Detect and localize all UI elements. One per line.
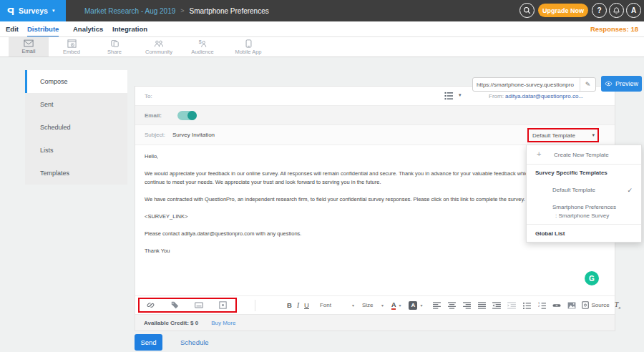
pencil-icon: ✎ bbox=[585, 81, 591, 88]
preview-label: Preview bbox=[615, 80, 638, 87]
svg-text:$: $ bbox=[199, 39, 202, 44]
credit-row: Available Credit: $ 0 Buy More bbox=[135, 315, 615, 331]
toggle-knob bbox=[187, 111, 197, 120]
tab-audience-label: Audience bbox=[191, 49, 213, 55]
menu-item-default-template[interactable]: Default Template ✓ bbox=[527, 181, 641, 199]
underline-button[interactable]: U bbox=[304, 301, 309, 309]
smartphone-template-line1: Smartphone Preferences bbox=[552, 203, 616, 212]
share-pages-icon bbox=[110, 39, 119, 48]
envelope-icon bbox=[24, 39, 34, 47]
recipient-list-caret[interactable]: ▾ bbox=[459, 92, 462, 98]
tab-email[interactable]: Email bbox=[9, 37, 49, 57]
email-toggle[interactable] bbox=[177, 111, 197, 120]
questionpro-logo: P bbox=[7, 5, 14, 17]
notifications-button[interactable] bbox=[609, 3, 624, 18]
size-dropdown[interactable]: Size ▾ bbox=[361, 302, 385, 308]
nav-item-edit[interactable]: Edit bbox=[6, 21, 19, 36]
link-icon[interactable] bbox=[552, 300, 562, 311]
search-icon bbox=[523, 6, 531, 14]
background-color-a: A bbox=[409, 301, 417, 310]
chevron-down-icon: ▾ bbox=[52, 8, 55, 14]
justify-icon[interactable] bbox=[477, 300, 487, 311]
upgrade-now-button[interactable]: Upgrade Now bbox=[538, 4, 588, 17]
embed-window-icon bbox=[67, 39, 77, 48]
responses-count[interactable]: Responses: 18 bbox=[590, 21, 638, 36]
to-label: To: bbox=[145, 93, 152, 99]
numbered-list-icon[interactable]: 12 bbox=[537, 300, 547, 311]
avatar-letter: A bbox=[631, 6, 636, 14]
send-button[interactable]: Send bbox=[135, 334, 162, 351]
background-color-button[interactable]: A ▾ bbox=[407, 301, 424, 310]
schedule-link[interactable]: Schedule bbox=[180, 338, 209, 346]
align-right-icon[interactable] bbox=[462, 300, 472, 311]
source-button[interactable]: Source bbox=[582, 301, 609, 309]
font-dropdown-label: Font bbox=[320, 302, 331, 308]
text-color-a: A bbox=[391, 301, 396, 310]
sidebar-item-sent[interactable]: Sent bbox=[25, 93, 127, 116]
insert-tag-icon[interactable] bbox=[170, 300, 180, 311]
email-sidebar: Compose Sent Scheduled Lists Templates bbox=[25, 70, 127, 185]
increase-indent-icon[interactable] bbox=[507, 300, 517, 311]
recipient-list-icon[interactable] bbox=[444, 92, 454, 100]
nav-item-analytics[interactable]: Analytics bbox=[73, 21, 103, 36]
background-color-caret-icon: ▾ bbox=[420, 303, 422, 308]
available-credit-label: Available Credit: $ 0 bbox=[144, 320, 198, 326]
breadcrumb-current: Smartphone Preferences bbox=[190, 7, 269, 15]
tab-share[interactable]: Share bbox=[94, 37, 135, 57]
search-button[interactable] bbox=[519, 3, 535, 18]
source-label: Source bbox=[591, 302, 609, 308]
remove-format-button[interactable]: Tx bbox=[615, 300, 620, 310]
tab-mobile-app[interactable]: Mobile App bbox=[227, 37, 270, 57]
nav-item-integration[interactable]: Integration bbox=[112, 21, 147, 36]
insert-survey-link-icon[interactable] bbox=[146, 300, 156, 311]
subject-input[interactable]: Survey Invitation bbox=[172, 132, 215, 138]
preview-button[interactable]: Preview bbox=[601, 76, 642, 92]
tab-audience[interactable]: $ Audience bbox=[182, 37, 223, 57]
tab-community[interactable]: Community bbox=[139, 37, 179, 57]
insert-embedded-data-icon[interactable] bbox=[194, 300, 204, 311]
nav-item-distribute[interactable]: Distribute bbox=[27, 21, 59, 36]
help-button[interactable]: ? bbox=[592, 3, 607, 18]
survey-nav-bar: Edit Distribute Analytics Integration Re… bbox=[0, 21, 644, 37]
font-dropdown[interactable]: Font ▾ bbox=[318, 302, 356, 308]
sidebar-item-lists[interactable]: Lists bbox=[25, 139, 127, 162]
edit-url-button[interactable]: ✎ bbox=[580, 78, 595, 91]
menu-section-survey-specific: Survey Specific Templates bbox=[527, 165, 641, 181]
tab-embed-label: Embed bbox=[63, 49, 80, 55]
email-label: Email: bbox=[145, 112, 162, 119]
top-header: P Surveys ▾ Market Research - Aug 2019 >… bbox=[0, 0, 644, 21]
sidebar-item-scheduled[interactable]: Scheduled bbox=[25, 116, 127, 139]
bold-button[interactable]: B bbox=[287, 301, 292, 309]
toolbar-divider bbox=[255, 300, 255, 311]
distribute-channel-bar: Email Embed Share Community $ Audience bbox=[0, 37, 644, 57]
tab-share-label: Share bbox=[107, 49, 122, 55]
tab-embed[interactable]: Embed bbox=[52, 37, 92, 57]
template-select[interactable]: Default Template ▾ bbox=[527, 128, 599, 142]
account-avatar[interactable]: A bbox=[626, 3, 641, 18]
survey-url-input[interactable] bbox=[473, 82, 580, 88]
buy-more-link[interactable]: Buy More bbox=[211, 320, 235, 326]
align-center-icon[interactable] bbox=[447, 300, 457, 311]
align-left-icon[interactable] bbox=[431, 300, 441, 311]
bulleted-list-icon[interactable] bbox=[522, 300, 532, 311]
from-email-link[interactable]: aditya.datar@questionpro.co... bbox=[505, 93, 583, 99]
grammarly-badge[interactable]: G bbox=[585, 271, 599, 285]
editor-toolbar: B I U Font ▾ Size ▾ A ▾ A ▾ bbox=[135, 296, 615, 315]
sidebar-item-templates[interactable]: Templates bbox=[25, 162, 127, 185]
sidebar-item-compose[interactable]: Compose bbox=[25, 70, 127, 93]
insert-image-icon[interactable] bbox=[567, 300, 577, 311]
insert-footer-icon[interactable] bbox=[218, 300, 228, 311]
check-icon: ✓ bbox=[627, 187, 633, 194]
menu-section-global-list[interactable]: Global List bbox=[527, 225, 641, 242]
text-color-button[interactable]: A ▾ bbox=[390, 301, 403, 310]
size-dropdown-label: Size bbox=[362, 302, 374, 308]
breadcrumb-parent-link[interactable]: Market Research - Aug 2019 bbox=[84, 7, 175, 15]
merge-tools-annotation-box bbox=[138, 298, 237, 313]
tab-community-label: Community bbox=[145, 49, 172, 55]
decrease-indent-icon[interactable] bbox=[492, 300, 502, 311]
italic-button[interactable]: I bbox=[297, 302, 299, 309]
menu-item-smartphone-preferences[interactable]: Smartphone Preferences : Smartphone Surv… bbox=[527, 199, 641, 225]
email-body-paragraph: Thank You bbox=[145, 247, 605, 255]
surveys-product-menu[interactable]: P Surveys ▾ bbox=[0, 0, 66, 21]
menu-item-create-new-template[interactable]: + Create New Template bbox=[527, 145, 641, 165]
